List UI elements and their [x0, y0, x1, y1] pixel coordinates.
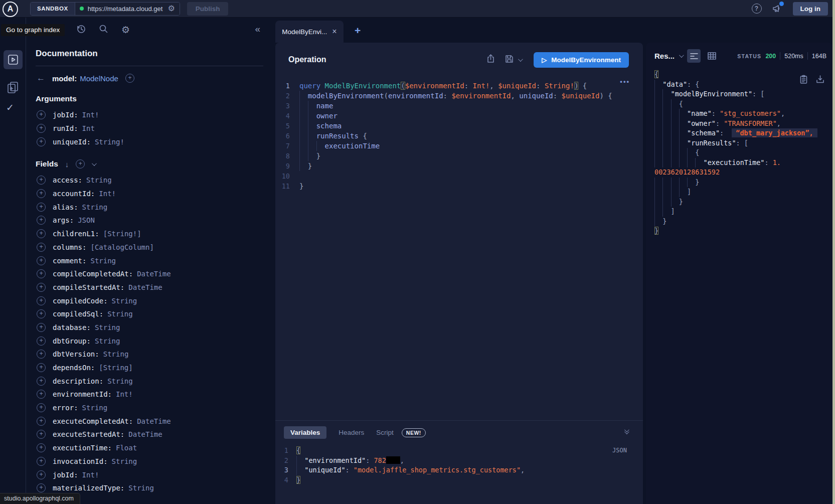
field-name[interactable]: columns — [53, 243, 86, 251]
field-type[interactable]: JSON — [78, 216, 95, 224]
field-row[interactable]: + access String — [36, 174, 263, 187]
field-name[interactable]: executeCompletedAt — [53, 417, 133, 425]
chevron-down-icon[interactable] — [92, 161, 97, 166]
field-row[interactable]: + executionTime Float — [36, 441, 263, 455]
add-field-icon[interactable]: + — [37, 229, 46, 238]
add-field-icon[interactable]: + — [37, 430, 46, 439]
field-name[interactable]: jobId — [53, 471, 78, 479]
field-type[interactable]: Int! — [82, 471, 99, 479]
add-field-icon[interactable]: + — [37, 483, 46, 492]
response-chevron-icon[interactable] — [679, 53, 684, 58]
field-row[interactable]: + executeCompletedAt DateTime — [36, 414, 263, 428]
argument-name[interactable]: jobId — [53, 111, 78, 119]
field-type[interactable]: String — [107, 310, 133, 318]
field-row[interactable]: + environmentId Int! — [36, 388, 263, 401]
field-name[interactable]: executeStartedAt — [53, 430, 124, 438]
add-field-icon[interactable]: + — [37, 363, 46, 372]
field-row[interactable]: + comment String — [36, 254, 263, 267]
collections-nav-icon[interactable] — [6, 80, 20, 96]
operation-tab[interactable]: ModelByEnvi... × — [275, 21, 344, 43]
field-type[interactable]: String — [112, 297, 137, 305]
field-type[interactable]: String — [82, 404, 108, 412]
field-name[interactable]: dbtVersion — [53, 350, 99, 358]
help-icon[interactable]: ? — [752, 4, 762, 14]
field-row[interactable]: + compileStartedAt DateTime — [36, 281, 263, 294]
field-name[interactable]: access — [53, 176, 82, 184]
field-type[interactable]: String — [95, 323, 120, 331]
argument-type[interactable]: String! — [95, 138, 124, 146]
history-icon[interactable] — [76, 24, 86, 36]
sort-fields-icon[interactable]: ↓ — [65, 160, 69, 169]
field-type[interactable]: DateTime — [128, 283, 162, 291]
add-field-icon[interactable]: + — [37, 337, 46, 346]
add-field-icon[interactable]: + — [37, 309, 46, 318]
add-field-icon[interactable]: + — [37, 189, 46, 198]
field-row[interactable]: + args JSON — [36, 214, 263, 227]
field-row[interactable]: + database String — [36, 321, 263, 334]
checks-nav-icon[interactable]: ✓ — [6, 102, 14, 113]
collapse-docs-icon[interactable]: « — [255, 24, 260, 35]
add-field-icon[interactable]: + — [37, 377, 46, 386]
publish-button[interactable]: Publish — [187, 2, 229, 16]
add-all-fields-icon[interactable]: + — [125, 74, 134, 83]
response-title[interactable]: Res... — [654, 52, 675, 60]
schema-settings-icon[interactable]: ⚙ — [121, 25, 130, 35]
field-name[interactable]: invocationId — [53, 457, 108, 465]
field-name[interactable]: dbtGroup — [53, 337, 91, 345]
field-name[interactable]: comment — [53, 257, 86, 265]
field-row[interactable]: + compiledSql String — [36, 307, 263, 321]
argument-type[interactable]: Int! — [82, 111, 99, 119]
tab-headers[interactable]: Headers — [339, 429, 364, 436]
argument-row[interactable]: + runId Int — [36, 122, 263, 135]
add-field-icon[interactable]: + — [37, 350, 46, 359]
editor-menu-icon[interactable]: ••• — [620, 78, 630, 85]
field-name[interactable]: executionTime — [53, 444, 112, 452]
field-name[interactable]: compileStartedAt — [53, 283, 124, 291]
table-view-icon[interactable] — [705, 49, 719, 63]
field-row[interactable]: + dbtGroup String — [36, 334, 263, 348]
field-type[interactable]: Int! — [116, 390, 133, 398]
close-tab-icon[interactable]: × — [332, 27, 337, 36]
field-type[interactable]: String — [90, 257, 116, 265]
endpoint-input[interactable]: https://metadata.cloud.get ⚙ — [75, 3, 180, 15]
field-name[interactable]: error — [53, 404, 78, 412]
field-row[interactable]: + compiledCode String — [36, 294, 263, 307]
field-row[interactable]: + dependsOn [String] — [36, 361, 263, 375]
save-options-chevron-icon[interactable] — [518, 57, 523, 62]
apollo-logo[interactable]: A — [3, 2, 18, 17]
field-type[interactable]: String — [95, 337, 120, 345]
field-type[interactable]: String — [107, 377, 133, 385]
argument-type[interactable]: Int — [82, 124, 95, 132]
add-field-icon[interactable]: + — [37, 417, 46, 426]
endpoint-settings-icon[interactable]: ⚙ — [168, 5, 175, 13]
collapse-variables-icon[interactable] — [624, 429, 628, 434]
login-button[interactable]: Log in — [793, 2, 828, 16]
search-icon[interactable] — [99, 24, 108, 36]
field-name[interactable]: materializedType — [53, 484, 124, 492]
tree-view-icon[interactable] — [687, 49, 701, 63]
field-name[interactable]: compileCompletedAt — [53, 270, 133, 278]
variables-editor[interactable]: JSON 1{2"environmentId": 782,3"uniqueId"… — [275, 446, 643, 485]
add-field-icon[interactable]: + — [37, 269, 46, 278]
field-row[interactable]: + jobId Int! — [36, 468, 263, 481]
add-field-icon[interactable]: + — [37, 457, 46, 466]
explorer-nav-icon[interactable] — [4, 50, 23, 69]
field-name[interactable]: dependsOn — [53, 364, 95, 372]
tab-script[interactable]: Script — [376, 429, 394, 436]
add-field-icon[interactable]: + — [37, 403, 46, 412]
add-field-icon[interactable]: + — [37, 243, 46, 252]
add-field-icon[interactable]: + — [37, 296, 46, 305]
response-body[interactable]: {"data": {"modelByEnvironment": [{"name"… — [646, 70, 832, 236]
add-field-icon[interactable]: + — [37, 470, 46, 479]
field-type[interactable]: [String] — [99, 364, 132, 372]
field-row[interactable]: + childrenL1 [String!] — [36, 227, 263, 241]
field-type[interactable]: String — [103, 350, 129, 358]
copy-response-icon[interactable] — [799, 75, 808, 86]
field-name[interactable]: args — [53, 216, 74, 224]
add-argument-icon[interactable]: + — [37, 110, 46, 119]
add-field-icon[interactable]: + — [37, 216, 46, 225]
new-tab-icon[interactable]: + — [355, 25, 361, 37]
operation-editor[interactable]: 1query ModelByEnvironment($environmentId… — [275, 81, 643, 191]
add-argument-icon[interactable]: + — [37, 124, 46, 133]
add-fields-icon[interactable]: + — [76, 159, 85, 169]
